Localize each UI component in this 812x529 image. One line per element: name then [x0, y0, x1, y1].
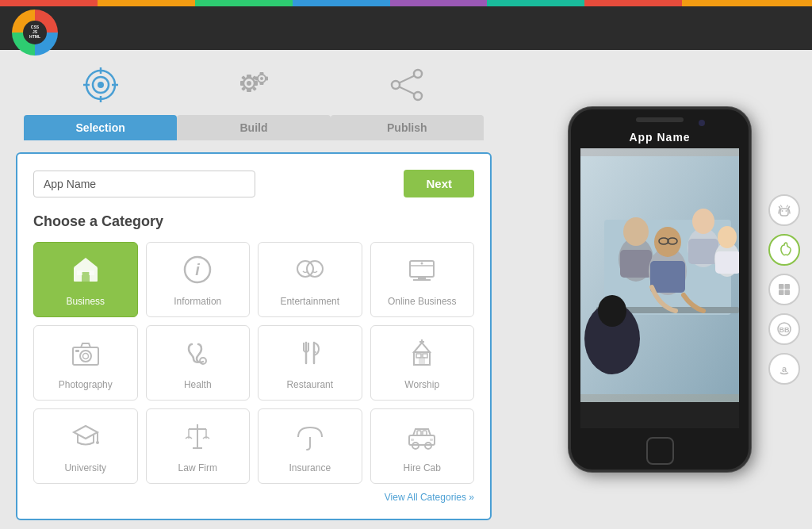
svg-point-2 — [98, 82, 104, 88]
phone-mockup: App Name — [569, 107, 751, 472]
platform-amazon[interactable]: a — [768, 353, 800, 385]
platform-apple[interactable] — [768, 234, 800, 266]
svg-point-59 — [96, 441, 99, 444]
online-business-icon — [407, 255, 437, 289]
svg-rect-98 — [779, 284, 784, 289]
platform-windows[interactable] — [768, 274, 800, 305]
share-icon — [388, 66, 426, 111]
svg-rect-22 — [266, 77, 268, 81]
restaurant-icon — [295, 338, 325, 373]
cat-restaurant[interactable]: Restaurant — [258, 325, 362, 401]
step-publish-label[interactable]: Publish — [331, 115, 484, 140]
svg-rect-31 — [77, 270, 82, 275]
svg-point-44 — [82, 354, 88, 359]
left-panel: Selection — [0, 50, 508, 529]
cat-worship-label: Worship — [404, 379, 439, 390]
target-icon — [82, 66, 120, 111]
university-icon — [71, 421, 101, 456]
svg-rect-81 — [650, 261, 685, 293]
platform-android[interactable] — [768, 194, 800, 226]
cat-online-business-label: Online Business — [388, 296, 457, 307]
svg-rect-21 — [255, 77, 258, 81]
svg-point-86 — [692, 209, 714, 234]
choose-category-title: Choose a Category — [33, 213, 474, 230]
cat-information-label: Information — [174, 296, 221, 307]
step-publish[interactable]: Publish — [331, 66, 484, 140]
entertainment-icon — [295, 255, 325, 289]
cat-health-label: Health — [184, 379, 212, 390]
svg-point-43 — [80, 351, 91, 362]
svg-point-95 — [786, 210, 787, 212]
insurance-icon — [295, 421, 325, 456]
step-selection[interactable]: Selection — [24, 66, 177, 140]
cat-online-business[interactable]: Online Business — [370, 242, 475, 317]
phone-speaker — [636, 117, 684, 122]
cat-hire-cab[interactable]: Hire Cab — [370, 408, 475, 484]
svg-point-8 — [247, 81, 251, 86]
phone-camera — [699, 120, 705, 126]
svg-point-24 — [392, 81, 400, 89]
right-panel: App Name — [508, 50, 812, 529]
svg-point-35 — [297, 261, 313, 277]
svg-rect-11 — [240, 81, 243, 86]
information-icon: i — [182, 255, 213, 289]
svg-rect-87 — [688, 239, 718, 264]
view-all-categories[interactable]: View All Categories » — [33, 492, 474, 503]
svg-marker-29 — [74, 258, 98, 267]
svg-point-23 — [414, 70, 422, 78]
svg-rect-99 — [785, 284, 791, 289]
health-icon — [182, 338, 213, 373]
cat-worship[interactable]: Worship — [370, 325, 475, 401]
platform-blackberry[interactable]: BB — [768, 313, 800, 345]
cat-insurance[interactable]: Insurance — [258, 408, 362, 484]
category-grid: Business i Information — [33, 242, 474, 484]
svg-line-96 — [781, 205, 783, 207]
cat-business[interactable]: Business — [33, 242, 138, 317]
cat-entertainment[interactable]: Entertainment — [258, 242, 362, 317]
svg-point-41 — [421, 263, 423, 265]
svg-rect-9 — [247, 75, 251, 78]
main-content: Selection — [0, 50, 812, 529]
step-selection-label[interactable]: Selection — [24, 115, 177, 140]
header: CSS JS HTML — [0, 6, 812, 50]
svg-rect-32 — [89, 270, 94, 275]
svg-rect-55 — [416, 354, 421, 358]
svg-line-97 — [787, 205, 788, 207]
next-button[interactable]: Next — [404, 170, 474, 197]
svg-rect-100 — [779, 290, 784, 296]
svg-text:a: a — [782, 364, 787, 374]
svg-point-18 — [260, 77, 263, 80]
cat-university[interactable]: University — [33, 408, 138, 484]
app-name-row: Next — [33, 170, 474, 197]
svg-point-77 — [623, 217, 649, 246]
cat-business-label: Business — [66, 296, 105, 307]
business-icon — [71, 255, 101, 289]
svg-rect-90 — [715, 251, 739, 274]
cat-law-firm-label: Law Firm — [178, 462, 217, 473]
cat-insurance-label: Insurance — [289, 462, 331, 473]
step-build-label[interactable]: Build — [177, 115, 330, 140]
law-firm-icon — [182, 421, 213, 456]
svg-rect-56 — [423, 354, 427, 358]
svg-rect-10 — [247, 89, 251, 92]
gears-icon — [233, 66, 274, 111]
cat-law-firm[interactable]: Law Firm — [146, 408, 251, 484]
svg-rect-12 — [255, 81, 258, 86]
cat-photography[interactable]: Photography — [33, 325, 138, 401]
step-build[interactable]: Build — [177, 66, 330, 140]
svg-rect-101 — [785, 290, 791, 296]
svg-line-26 — [400, 76, 415, 83]
cat-university-label: University — [64, 462, 106, 473]
svg-rect-20 — [259, 82, 263, 85]
svg-rect-78 — [620, 250, 652, 278]
phone-home-button[interactable] — [646, 437, 674, 465]
svg-text:BB: BB — [779, 326, 790, 334]
app-name-input[interactable] — [33, 171, 255, 197]
cat-information[interactable]: i Information — [146, 242, 251, 317]
svg-rect-71 — [411, 439, 414, 441]
cat-health[interactable]: Health — [146, 325, 251, 401]
cat-hire-cab-label: Hire Cab — [404, 462, 441, 473]
cat-photography-label: Photography — [59, 379, 113, 390]
svg-rect-30 — [82, 272, 90, 282]
cat-entertainment-label: Entertainment — [280, 296, 339, 307]
